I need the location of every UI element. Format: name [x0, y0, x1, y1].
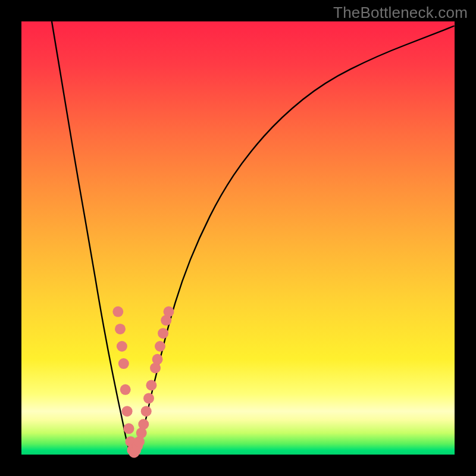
highlight-dot	[120, 384, 131, 395]
highlight-dots	[112, 306, 174, 458]
highlight-dot	[155, 341, 165, 352]
highlight-dot	[143, 393, 154, 403]
plot-area	[21, 21, 455, 455]
highlight-dot	[158, 328, 168, 339]
highlight-dot	[112, 306, 123, 317]
highlight-dot	[118, 358, 129, 369]
chart-frame: TheBottleneck.com	[0, 0, 476, 476]
watermark-text: TheBottleneck.com	[333, 4, 468, 22]
highlight-dot	[124, 423, 134, 434]
bottleneck-curve	[52, 21, 455, 452]
highlight-dot	[122, 406, 133, 416]
highlight-dot	[164, 306, 174, 317]
highlight-dot	[141, 406, 152, 416]
highlight-dot	[138, 419, 149, 430]
highlight-dot	[146, 380, 156, 391]
curve-plot	[21, 21, 455, 455]
highlight-dot	[117, 341, 127, 352]
highlight-dot	[152, 354, 163, 365]
highlight-dot	[115, 324, 126, 334]
